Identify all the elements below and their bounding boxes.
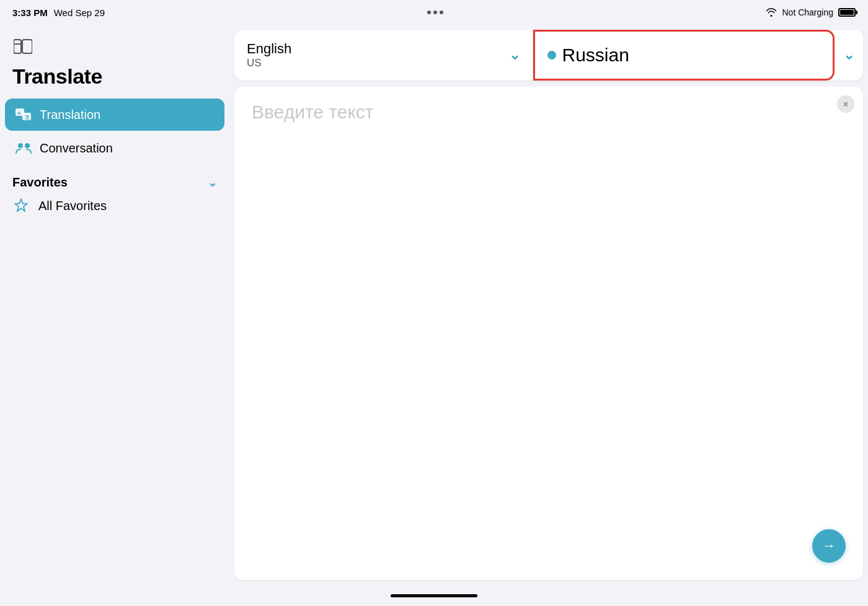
source-language-chevron-icon: ⌄ — [509, 47, 520, 63]
sidebar-panel-icon — [14, 39, 32, 54]
favorites-section: Favorites ⌄ All Favorites — [0, 165, 229, 227]
battery-icon — [838, 8, 856, 17]
status-bar-dots — [427, 11, 443, 14]
close-button[interactable]: × — [837, 95, 854, 113]
svg-point-8 — [25, 143, 30, 148]
target-language-chevron[interactable]: ⌄ — [835, 30, 863, 81]
translation-input-placeholder[interactable]: Введите текст — [234, 87, 863, 580]
status-bar: 3:33 PM Wed Sep 29 Not Charging — [0, 0, 868, 25]
target-language-dot — [547, 51, 556, 59]
target-chevron-icon: ⌄ — [843, 47, 854, 63]
svg-point-7 — [18, 143, 23, 148]
favorites-chevron-icon: ⌄ — [208, 176, 217, 190]
conversation-label: Conversation — [40, 141, 113, 156]
status-bar-left: 3:33 PM Wed Sep 29 — [12, 7, 105, 18]
source-language-name: English — [247, 41, 509, 57]
sidebar-header — [0, 31, 229, 64]
svg-rect-0 — [14, 40, 21, 53]
translation-label: Translation — [40, 108, 100, 122]
sidebar-item-translation[interactable]: A 文 Translation — [5, 99, 224, 131]
source-language-info: English US — [247, 41, 509, 69]
target-language-name: Russian — [562, 45, 821, 66]
conversation-icon — [15, 139, 32, 157]
all-favorites-label: All Favorites — [38, 199, 107, 213]
translate-arrow-icon: → — [822, 538, 836, 554]
sidebar-nav: A 文 Translation — [0, 99, 229, 165]
source-language-region: US — [247, 57, 509, 69]
main-layout: Translate A 文 Translation — [0, 25, 868, 585]
status-date: Wed Sep 29 — [54, 7, 105, 18]
favorites-header[interactable]: Favorites ⌄ — [12, 175, 217, 190]
svg-text:文: 文 — [25, 114, 30, 120]
star-icon — [12, 197, 30, 214]
language-bar: English US ⌄ Russian ⌄ — [234, 30, 863, 81]
svg-rect-1 — [22, 40, 32, 53]
home-bar — [391, 594, 477, 597]
dot-1 — [427, 11, 431, 14]
content-area: English US ⌄ Russian ⌄ Введите текст — [229, 25, 868, 585]
translation-area[interactable]: Введите текст × → — [234, 87, 863, 580]
app-title: Translate — [12, 64, 102, 88]
translate-button[interactable]: → — [812, 529, 846, 563]
wifi-icon — [766, 8, 777, 17]
target-language-info: Russian — [562, 45, 821, 66]
sidebar-toggle-button[interactable] — [12, 36, 33, 57]
dot-3 — [440, 11, 443, 14]
dot-2 — [433, 11, 437, 14]
source-language-selector[interactable]: English US ⌄ — [234, 30, 533, 81]
charging-text: Not Charging — [782, 7, 833, 17]
home-indicator — [0, 585, 868, 606]
status-bar-right: Not Charging — [766, 7, 856, 17]
translation-icon: A 文 — [15, 106, 32, 123]
status-time: 3:33 PM — [12, 7, 48, 18]
close-icon: × — [843, 99, 848, 109]
svg-text:A: A — [17, 110, 21, 116]
all-favorites-item[interactable]: All Favorites — [12, 190, 217, 222]
sidebar-item-conversation[interactable]: Conversation — [5, 132, 224, 164]
favorites-title: Favorites — [12, 175, 68, 190]
target-language-selector[interactable]: Russian — [533, 30, 835, 81]
sidebar: Translate A 文 Translation — [0, 25, 229, 585]
